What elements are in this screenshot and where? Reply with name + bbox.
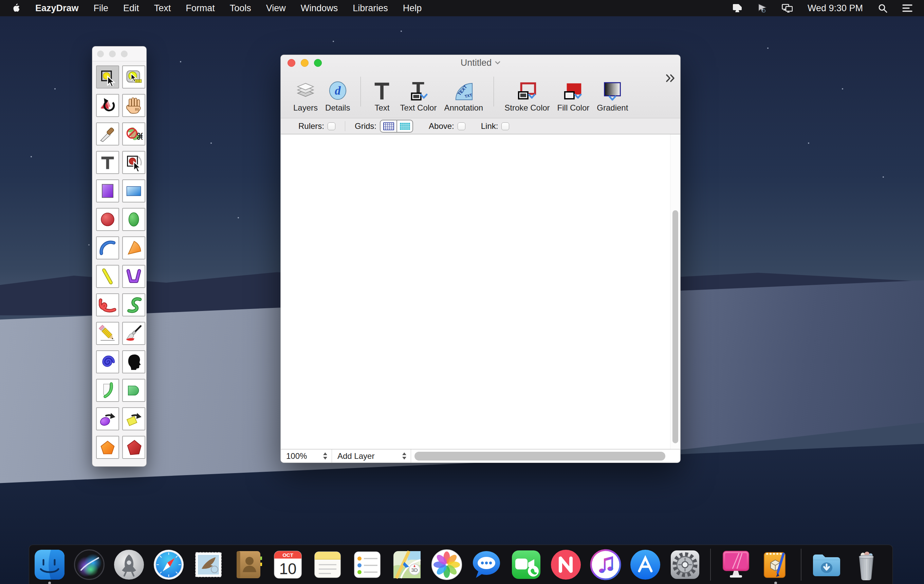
select-tool-button[interactable] [96,66,119,89]
link-checkbox[interactable] [502,122,509,130]
measure-tool-button[interactable] [122,66,145,89]
dock-item-finder[interactable] [33,548,66,581]
menu-item-text[interactable]: Text [154,3,171,13]
path-shape-tool-button[interactable] [96,379,119,402]
dock-item-contacts[interactable] [232,548,264,581]
ellipse-tool-button[interactable] [122,208,145,231]
search-icon[interactable] [878,3,887,13]
display-icon[interactable] [732,3,742,13]
vertical-scrollbar[interactable] [670,134,680,449]
dock-item-messages[interactable] [470,548,503,581]
menu-item-help[interactable]: Help [403,3,422,13]
title-chevron-icon[interactable] [495,61,500,64]
rectangle-tool-button[interactable] [96,179,119,202]
dock-item-system-preferences[interactable] [669,548,701,581]
toolbar-stroke-color-button[interactable]: Stroke Color [505,75,549,113]
menu-item-format[interactable]: Format [186,3,215,13]
horizontal-scrollbar-thumb[interactable] [414,452,665,461]
dock-item-photos[interactable] [431,548,463,581]
pointer-icon[interactable] [757,3,767,13]
dock-item-maps[interactable]: 3D [391,548,423,581]
scurve-tool-button[interactable] [122,293,145,316]
menu-item-tools[interactable]: Tools [230,3,251,13]
polygon-tool-button[interactable] [122,436,145,459]
menu-item-view[interactable]: View [266,3,286,13]
layers-icon [295,75,316,102]
toolbar-details-button[interactable]: dDetails [325,75,350,113]
pencil-tool-button[interactable] [96,322,119,345]
menu-item-file[interactable]: File [94,3,109,13]
toolbar-gradient-button[interactable]: Gradient [597,75,628,113]
menu-item-libraries[interactable]: Libraries [353,3,388,13]
dock-item-safari[interactable] [152,548,185,581]
toolbar-overflow-button[interactable] [666,74,675,84]
rotate-rect-tool-button[interactable] [122,407,145,430]
polyline-tool-button[interactable] [122,265,145,288]
dock-item-downloads[interactable] [810,548,843,581]
dock-item-mail[interactable] [192,548,225,581]
dock-item-news[interactable] [549,548,582,581]
pentagon-tool-button[interactable] [96,436,119,459]
silhouette-tool-button[interactable] [122,350,145,373]
knife-tool-button[interactable] [96,122,119,145]
dock-item-eazydraw[interactable] [759,548,792,581]
dock-item-calendar[interactable]: OCT10 [272,548,304,581]
menu-item-windows[interactable]: Windows [301,3,338,13]
toolbar-annotation-button[interactable]: TEXTTXTAnnotation [444,75,483,113]
notification-list-icon[interactable] [902,4,912,13]
itunes-icon [589,548,622,581]
vertical-scrollbar-thumb[interactable] [672,210,678,443]
spiral-tool-icon [99,353,116,371]
apple-menu-icon[interactable] [12,3,20,13]
wedge-tool-button[interactable] [122,236,145,260]
dock-item-siri[interactable] [73,548,106,581]
grid-lines-button[interactable] [381,120,396,132]
dock-item-app-store[interactable] [629,548,662,581]
stepper-icon[interactable] [323,452,328,460]
rotate-ellipse-tool-button[interactable] [96,407,119,430]
dock-item-trash[interactable] [850,548,883,581]
toolbar-text-button[interactable]: Text [371,75,393,113]
arc-tool-button[interactable] [96,236,119,260]
trash-icon [850,548,883,581]
select-group-tool-button[interactable] [122,151,145,174]
pan-hand-tool-button[interactable] [122,94,145,117]
dock-item-cleanmymac[interactable] [719,548,752,581]
menu-clock[interactable]: Wed 9:30 PM [808,3,863,13]
dock-item-launchpad[interactable] [113,548,145,581]
window-titlebar[interactable]: Untitled [281,55,680,71]
undo-tool-button[interactable] [96,94,119,117]
line-tool-button[interactable] [96,265,119,288]
blue-rectangle-tool-button[interactable] [122,179,145,202]
menu-item-edit[interactable]: Edit [123,3,139,13]
mirror-displays-icon[interactable] [782,3,793,13]
toolbar-fill-color-button[interactable]: Fill Color [558,75,590,113]
dock-item-notes[interactable] [311,548,344,581]
text-tool-button[interactable] [96,151,119,174]
dock-item-facetime[interactable] [510,548,543,581]
rulers-checkbox[interactable] [328,122,335,130]
add-layer-menu[interactable]: Add Layer [332,449,411,462]
stepper-icon[interactable] [402,452,407,460]
drawing-canvas[interactable] [281,134,680,449]
dock-item-itunes[interactable] [589,548,622,581]
palette-zoom-button[interactable] [121,51,128,57]
palette-titlebar[interactable] [92,46,146,61]
brush-tool-button[interactable] [122,322,145,345]
horizontal-scrollbar[interactable] [411,449,680,462]
above-checkbox[interactable] [457,122,465,130]
palette-minimize-button[interactable] [109,51,116,57]
toolbar-layers-button[interactable]: Layers [293,75,318,113]
zoom-stepper[interactable]: 100% [281,449,332,462]
no-command-tool-button[interactable]: ⌘ [122,122,145,145]
circle-tool-button[interactable] [96,208,119,231]
curve-tool-button[interactable] [96,293,119,316]
toolbar-text-color-button[interactable]: Text Color [400,75,437,113]
line-tool-icon [99,268,116,285]
palette-close-button[interactable] [97,51,104,57]
menu-app-name[interactable]: EazyDraw [35,3,79,13]
round-rect-tool-button[interactable] [122,379,145,402]
dock-item-reminders[interactable] [351,548,384,581]
spiral-tool-button[interactable] [96,350,119,373]
grid-solid-button[interactable] [396,120,412,132]
